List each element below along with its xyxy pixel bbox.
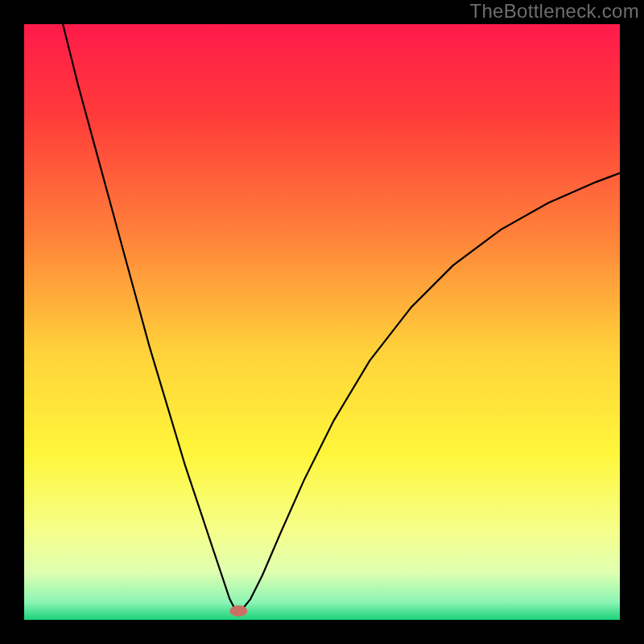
bottleneck-chart: TheBottleneck.com xyxy=(0,0,644,644)
chart-background xyxy=(24,24,620,620)
watermark-text: TheBottleneck.com xyxy=(469,0,639,23)
optimal-point-marker xyxy=(229,605,247,617)
chart-svg xyxy=(0,0,644,644)
